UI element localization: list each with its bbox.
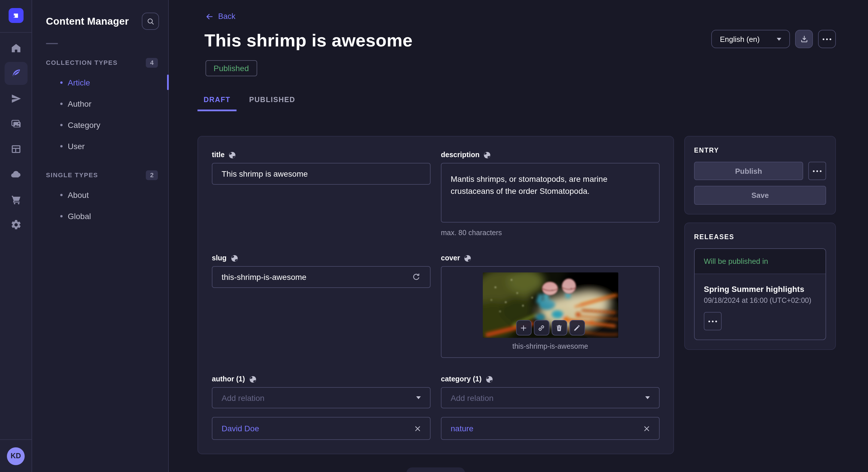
copy-link-button[interactable]: [534, 320, 549, 336]
publish-button[interactable]: Publish: [694, 162, 803, 180]
user-avatar[interactable]: KD: [7, 447, 25, 465]
edit-asset-button[interactable]: [569, 320, 585, 336]
field-slug-label: slug: [212, 254, 431, 263]
search-button[interactable]: [142, 12, 159, 30]
sidebar-item-about[interactable]: About: [32, 184, 168, 205]
home-icon: [10, 42, 22, 54]
active-indicator: [167, 74, 169, 90]
tab-published[interactable]: PUBLISHED: [240, 90, 305, 111]
nav-content-type-builder-button[interactable]: [5, 138, 28, 161]
release-status: Will be published in: [694, 249, 826, 274]
layout-icon: [10, 143, 22, 155]
field-title-label: title: [212, 150, 431, 160]
cover-asset-card: this-shrimp-is-awesome: [441, 266, 660, 358]
nav-media-library-button[interactable]: [5, 112, 28, 135]
category-relation-item[interactable]: nature: [441, 417, 660, 440]
ellipsis-icon: [708, 320, 717, 322]
field-author: author (1) Add relation David Doe: [212, 374, 431, 440]
collection-types-section: COLLECTION TYPES 4 Article Author Catego…: [32, 57, 168, 157]
export-button[interactable]: [795, 30, 813, 48]
collection-types-count: 4: [146, 58, 158, 67]
status-badge: Published: [206, 60, 257, 76]
category-relation-combobox[interactable]: Add relation: [441, 387, 660, 408]
ellipsis-icon: [813, 170, 822, 172]
globe-icon: [464, 255, 472, 262]
media-icon: [10, 118, 22, 130]
description-textarea[interactable]: Mantis shrimps, or stomatopods, are mari…: [441, 163, 660, 223]
sidebar-rule: [46, 43, 58, 44]
strapi-logo[interactable]: [9, 8, 24, 23]
field-cover-label: cover: [441, 254, 660, 263]
release-more-button[interactable]: [704, 312, 722, 330]
sidebar-item-user[interactable]: User: [32, 135, 168, 157]
back-link[interactable]: Back: [206, 12, 236, 21]
save-button[interactable]: Save: [694, 186, 826, 205]
nav-home-button[interactable]: [5, 37, 28, 60]
author-relation-item[interactable]: David Doe: [212, 417, 431, 440]
nav-deploy-button[interactable]: [5, 163, 28, 186]
globe-icon: [486, 375, 493, 383]
sidebar-item-article[interactable]: Article: [32, 72, 168, 93]
add-asset-button[interactable]: [516, 320, 531, 336]
delete-asset-button[interactable]: [551, 320, 567, 336]
field-description-label: description: [441, 150, 660, 160]
cover-caption: this-shrimp-is-awesome: [441, 342, 659, 350]
tab-draft[interactable]: DRAFT: [197, 90, 237, 111]
release-card: Will be published in Spring Summer highl…: [694, 248, 826, 340]
download-icon: [799, 34, 809, 43]
sidebar-item-global[interactable]: Global: [32, 205, 168, 227]
remove-relation-icon[interactable]: [414, 425, 421, 432]
plus-icon: [520, 324, 528, 332]
relation-link[interactable]: David Doe: [222, 424, 259, 433]
globe-icon: [484, 151, 491, 159]
bullet-icon: [60, 124, 63, 126]
strapi-mark-icon: [11, 11, 21, 20]
entry-more-button[interactable]: [808, 162, 826, 180]
field-author-label: author (1): [212, 374, 431, 384]
releases-panel-title: RELEASES: [694, 233, 826, 240]
field-title: title: [212, 150, 431, 237]
title-input[interactable]: [212, 163, 431, 185]
trash-icon: [555, 324, 563, 332]
rail-divider: [0, 32, 32, 33]
release-name: Spring Summer highlights: [704, 284, 816, 294]
bullet-icon: [60, 194, 63, 196]
content-manager-sidebar: Content Manager COLLECTION TYPES 4 Artic…: [32, 0, 169, 472]
header-controls: English (en): [711, 30, 836, 48]
bullet-icon: [60, 81, 63, 83]
globe-icon: [228, 151, 236, 159]
nav-releases-button[interactable]: [5, 87, 28, 110]
locale-select[interactable]: English (en): [711, 30, 790, 48]
cart-icon: [10, 194, 22, 205]
nav-settings-button[interactable]: [5, 213, 28, 236]
field-cover: cover: [441, 254, 660, 358]
cover-image[interactable]: [483, 272, 618, 338]
regenerate-icon[interactable]: [412, 272, 421, 281]
more-actions-button[interactable]: [818, 30, 836, 48]
chevron-down-icon: [777, 38, 781, 40]
ellipsis-icon: [823, 38, 831, 40]
remove-relation-icon[interactable]: [644, 425, 650, 432]
author-relation-combobox[interactable]: Add relation: [212, 387, 431, 408]
send-icon: [10, 93, 22, 104]
slug-input[interactable]: [212, 266, 431, 288]
section-label: COLLECTION TYPES: [46, 59, 118, 66]
nav-marketplace-button[interactable]: [5, 188, 28, 211]
link-icon: [537, 324, 546, 332]
field-description: description Mantis shrimps, or stomatopo…: [441, 150, 660, 237]
bullet-icon: [60, 145, 63, 147]
side-column: ENTRY Publish Save RELEASES Will be publ…: [684, 136, 836, 350]
edit-form-card: title description: [197, 136, 674, 454]
globe-icon: [249, 375, 256, 383]
relation-link[interactable]: nature: [451, 424, 473, 433]
nav-content-manager-button[interactable]: [5, 62, 28, 85]
bullet-icon: [60, 215, 63, 217]
sidebar-item-category[interactable]: Category: [32, 114, 168, 135]
entry-panel: ENTRY Publish Save: [684, 136, 836, 214]
sidebar-item-author[interactable]: Author: [32, 93, 168, 114]
chevron-down-icon: [645, 396, 650, 399]
chevron-down-icon: [416, 396, 421, 399]
pencil-icon: [573, 324, 581, 332]
cover-toolbar: [516, 320, 585, 336]
search-icon: [146, 17, 155, 26]
